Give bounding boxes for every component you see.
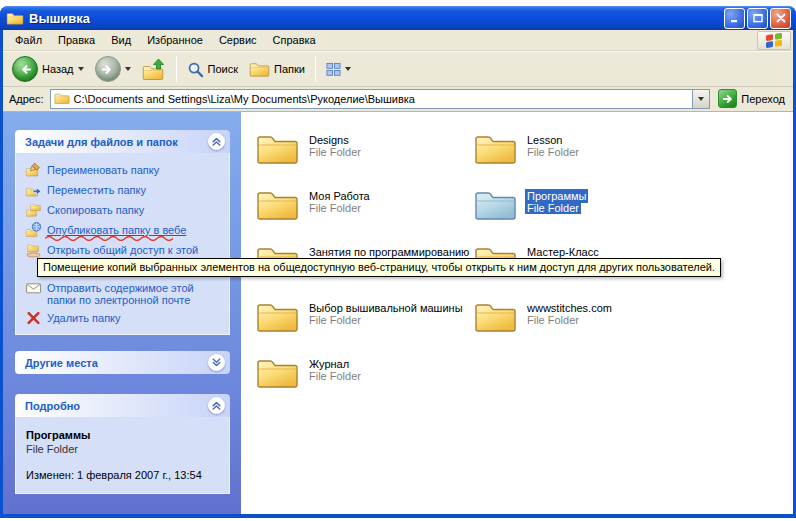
menu-edit[interactable]: Правка [50,32,103,48]
views-button[interactable] [321,60,356,79]
folder-item-designs[interactable]: DesignsFile Folder [255,132,473,172]
red-squiggle-annotation [45,235,177,241]
go-button[interactable]: Переход [716,89,787,108]
file-tasks-title: Задачи для файлов и папок [25,136,178,148]
task-publish-folder-web[interactable]: Опубликовать папку в вебе [25,222,223,238]
close-button[interactable] [770,8,791,29]
go-label: Переход [741,93,785,105]
folder-item-moya-rabota[interactable]: Моя РаботаFile Folder [255,188,473,228]
collapse-chevron-up-icon[interactable] [208,397,225,414]
address-path: C:\Documents and Settings\Liza\My Docume… [74,93,689,105]
folders-button[interactable]: Папки [244,59,310,80]
forward-icon [95,56,121,82]
folder-icon [473,132,518,166]
details-panel: Подробно Программы File Folder Изменен: … [15,394,230,494]
details-title: Подробно [25,400,80,412]
rename-icon [25,162,42,178]
folder-up-icon [142,58,166,81]
delete-icon [25,310,42,326]
folder-icon [473,300,518,334]
other-places-panel: Другие места [15,351,230,374]
address-input[interactable]: C:\Documents and Settings\Liza\My Docume… [50,89,711,109]
folder-item-zhurnal[interactable]: ЖурналFile Folder [255,356,473,396]
task-move-folder[interactable]: Переместить папку [25,182,223,198]
views-dropdown-icon [345,67,351,71]
back-icon [12,56,38,82]
task-share-folder[interactable]: Открыть общий доступ к этой [25,242,223,258]
menu-bar: Файл Правка Вид Избранное Сервис Справка [3,30,793,51]
menu-help[interactable]: Справка [265,32,324,48]
toolbar-separator [315,56,316,82]
back-button[interactable]: Назад [7,54,89,84]
folder-icon [255,188,300,222]
forward-dropdown-icon [125,67,131,71]
address-bar: Адрес: C:\Documents and Settings\Liza\My… [3,87,793,112]
menu-file[interactable]: Файл [7,32,50,48]
address-folder-icon [54,92,70,105]
folders-icon [249,61,270,78]
folder-icon [255,132,300,166]
folders-label: Папки [274,63,305,75]
expand-chevron-down-icon[interactable] [208,354,225,371]
other-places-title: Другие места [25,357,98,369]
task-email-folder[interactable]: Отправить содержимое этой папки по элект… [25,280,223,306]
task-rename-folder[interactable]: Переименовать папку [25,162,223,178]
move-icon [25,182,42,198]
desktop: Вышивка Файл Правка Вид Избранное Сервис… [0,0,796,521]
window-title: Вышивка [29,11,719,26]
title-bar[interactable]: Вышивка [0,6,796,30]
back-dropdown-icon [78,67,84,71]
go-icon [718,89,737,108]
task-delete-folder[interactable]: Удалить папку [25,310,223,326]
details-modified: Изменен: 1 февраля 2007 г., 13:54 [26,469,219,481]
views-icon [326,62,341,77]
folder-icon-selected [473,188,518,222]
search-button[interactable]: Поиск [182,59,243,80]
details-item-name: Программы [26,429,219,441]
address-dropdown-button[interactable] [692,90,709,108]
copy-icon [25,202,42,218]
folder-item-vybor-mashiny[interactable]: Выбор вышивальной машиныFile Folder [255,300,473,340]
up-button[interactable] [137,56,171,83]
window-folder-icon [6,11,24,26]
publish-web-icon [25,222,42,238]
search-icon [187,61,204,78]
toolbar: Назад [3,51,793,87]
forward-button[interactable] [90,54,136,84]
back-label: Назад [42,63,74,75]
menu-tools[interactable]: Сервис [211,32,265,48]
folder-item-programmy[interactable]: ПрограммыFile Folder [473,188,691,228]
toolbar-separator [176,56,177,82]
details-item-type: File Folder [26,443,219,455]
minimize-button[interactable] [724,8,745,29]
maximize-button[interactable] [747,8,768,29]
windows-logo-icon [757,31,791,50]
menu-view[interactable]: Вид [103,32,139,48]
tooltip: Помещение копий выбранных элементов на о… [37,258,721,277]
search-label: Поиск [208,63,238,75]
task-copy-folder[interactable]: Скопировать папку [25,202,223,218]
folder-view: DesignsFile Folder LessonFile Folder Моя… [241,112,793,514]
folder-icon [255,300,300,334]
menu-favorites[interactable]: Избранное [139,32,211,48]
file-tasks-panel: Задачи для файлов и папок [15,130,230,335]
other-places-header[interactable]: Другие места [15,351,230,374]
details-header[interactable]: Подробно [15,394,230,417]
folder-item-lesson[interactable]: LessonFile Folder [473,132,691,172]
folder-icon [255,356,300,390]
collapse-chevron-up-icon[interactable] [208,133,225,150]
address-label: Адрес: [9,93,44,105]
file-tasks-header[interactable]: Задачи для файлов и папок [15,130,230,153]
folder-item-wwwstitches[interactable]: wwwstitches.comFile Folder [473,300,691,340]
email-icon [25,280,42,296]
share-icon [25,242,42,258]
task-pane: Задачи для файлов и папок [3,112,241,514]
